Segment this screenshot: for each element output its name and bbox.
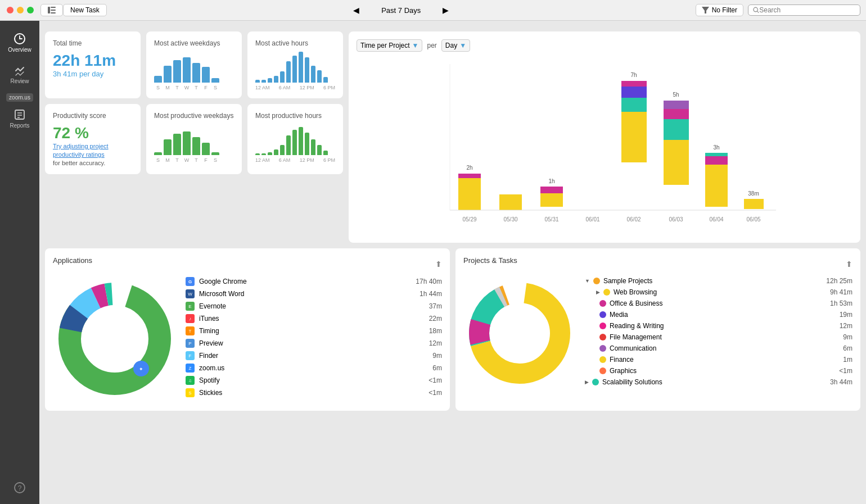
bar-finance-0604: [705, 165, 728, 207]
productivity-note: for better accuracy.: [53, 160, 133, 166]
svg-text:✦: ✦: [139, 366, 143, 372]
active-hours-chart: [255, 52, 335, 83]
search-box[interactable]: [748, 4, 860, 16]
active-hours-title: Most active hours: [255, 39, 335, 47]
svg-text:?: ?: [18, 484, 22, 492]
productivity-value: 72 %: [53, 124, 133, 142]
productive-weekdays-chart: [154, 124, 234, 155]
list-item: ▶ Scalability Solutions 3h 44m: [585, 378, 853, 386]
svg-rect-0: [48, 7, 50, 13]
sidebar-icon: [48, 7, 56, 13]
productivity-card: Productivity score 72 % Try adjusting pr…: [45, 104, 141, 174]
apps-donut-container: ✦: [53, 277, 177, 403]
bar-violet-0603: [664, 101, 689, 109]
search-icon: [753, 7, 759, 13]
projects-export-button[interactable]: ⬆: [846, 260, 853, 269]
chart-header: Time per Project ▼ per Day ▼: [357, 39, 853, 52]
projects-title: Projects & Tasks: [463, 256, 517, 265]
productive-weekdays-title: Most productive weekdays: [154, 112, 234, 120]
chevron-icon: ▼: [412, 42, 419, 49]
total-time-card: Total time 22h 11m 3h 41m per day: [45, 31, 141, 98]
svg-line-6: [757, 11, 759, 13]
chart-period-select[interactable]: Day ▼: [441, 39, 470, 52]
svg-text:38m: 38m: [748, 190, 759, 197]
bar-finance-0531: [540, 193, 563, 207]
svg-text:05/30: 05/30: [503, 216, 517, 223]
minimize-button[interactable]: [17, 7, 24, 13]
search-input[interactable]: [759, 6, 855, 14]
total-time-title: Total time: [53, 39, 133, 47]
svg-text:06/03: 06/03: [669, 216, 683, 223]
projects-card: Projects & Tasks ⬆: [455, 248, 860, 411]
svg-text:3h: 3h: [713, 144, 719, 151]
active-hours-card: Most active hours: [247, 31, 343, 98]
productive-hours-card: Most productive hours: [247, 104, 343, 174]
projects-donut-chart: [463, 277, 576, 389]
bar-pink-0604: [705, 156, 728, 165]
sidebar-item-review[interactable]: Review: [0, 60, 39, 89]
sidebar: Overview Review zoom.us Reports ?: [0, 0, 39, 504]
list-item: Communication 6m: [585, 344, 853, 352]
prev-period-button[interactable]: ◀: [350, 6, 363, 15]
bar-finance-0529: [458, 178, 481, 210]
period-label: Past 7 Days: [367, 6, 435, 15]
sidebar-item-reports[interactable]: Reports: [0, 104, 39, 133]
reports-icon: [13, 108, 26, 121]
svg-point-5: [754, 7, 758, 12]
list-item: WMicrosoft Word 1h 44m: [186, 289, 442, 298]
productivity-link[interactable]: Try adjusting project productivity ratin…: [53, 142, 133, 160]
bar-green-0603: [664, 119, 689, 140]
new-task-button[interactable]: New Task: [63, 4, 107, 16]
bar-purple-0602: [621, 87, 647, 98]
active-weekdays-title: Most active weekdays: [154, 39, 234, 47]
apps-export-button[interactable]: ⬆: [435, 260, 442, 269]
close-button[interactable]: [7, 7, 13, 13]
bar-green-0602: [621, 98, 647, 112]
navigation-controls: ◀ Past 7 Days ▶: [350, 6, 452, 15]
projects-content: ▼ Sample Projects 12h 25m ▶ Web Browsing: [463, 277, 853, 392]
list-item: GGoogle Chrome 17h 40m: [186, 277, 442, 286]
time-per-project-card: Time per Project ▼ per Day ▼: [349, 31, 860, 243]
svg-text:5h: 5h: [673, 92, 679, 98]
list-item: ▼ Sample Projects 12h 25m: [585, 277, 853, 285]
weekday-labels: SMTWTFS: [154, 85, 234, 90]
bar-pink-0603: [664, 109, 689, 119]
chart-type-select[interactable]: Time per Project ▼: [357, 39, 422, 52]
filter-button[interactable]: No Filter: [696, 4, 743, 16]
bar-finance-0530: [499, 194, 522, 210]
svg-rect-2: [51, 10, 56, 11]
productive-weekdays-card: Most productive weekdays SMTWTFS: [146, 104, 242, 174]
help-button[interactable]: ?: [13, 482, 26, 504]
list-item: Office & Business 1h 53m: [585, 299, 853, 307]
total-time-sub: 3h 41m per day: [53, 70, 133, 78]
svg-text:05/29: 05/29: [462, 216, 476, 223]
apps-donut-chart: ✦: [53, 277, 177, 401]
review-icon: [13, 64, 26, 76]
svg-text:2h: 2h: [466, 165, 472, 171]
sidebar-item-overview[interactable]: Overview: [0, 28, 39, 57]
svg-text:06/04: 06/04: [709, 216, 723, 223]
bar-green-0604: [705, 153, 728, 156]
list-item: Media 19m: [585, 311, 853, 319]
list-item: EEvernote 37m: [186, 302, 442, 311]
productivity-title: Productivity score: [53, 112, 133, 120]
chevron2-icon: ▼: [459, 42, 466, 49]
active-weekdays-card: Most active weekdays SMTWTFS: [146, 31, 242, 98]
list-item: Finance 1m: [585, 356, 853, 364]
list-item: Reading & Writing 12m: [585, 322, 853, 330]
hours-labels: 12 AM 6 AM 12 PM 6 PM: [255, 85, 335, 90]
svg-text:05/31: 05/31: [544, 216, 558, 223]
help-icon: ?: [13, 482, 26, 494]
list-item: ♫Spotify <1m: [186, 376, 442, 385]
fullscreen-button[interactable]: [27, 7, 34, 13]
bar-office-0529: [458, 174, 481, 178]
list-item: Graphics <1m: [585, 367, 853, 375]
svg-point-43: [490, 304, 549, 362]
productive-hours-labels: 12 AM 6 AM 12 PM 6 PM: [255, 157, 335, 163]
list-item: PPreview 12m: [186, 339, 442, 348]
next-period-button[interactable]: ▶: [439, 6, 452, 15]
svg-text:7h: 7h: [630, 72, 637, 78]
sidebar-toggle-button[interactable]: [40, 4, 63, 16]
list-item: Zzoom.us 6m: [186, 364, 442, 373]
project-list: ▼ Sample Projects 12h 25m ▶ Web Browsing: [585, 277, 853, 386]
